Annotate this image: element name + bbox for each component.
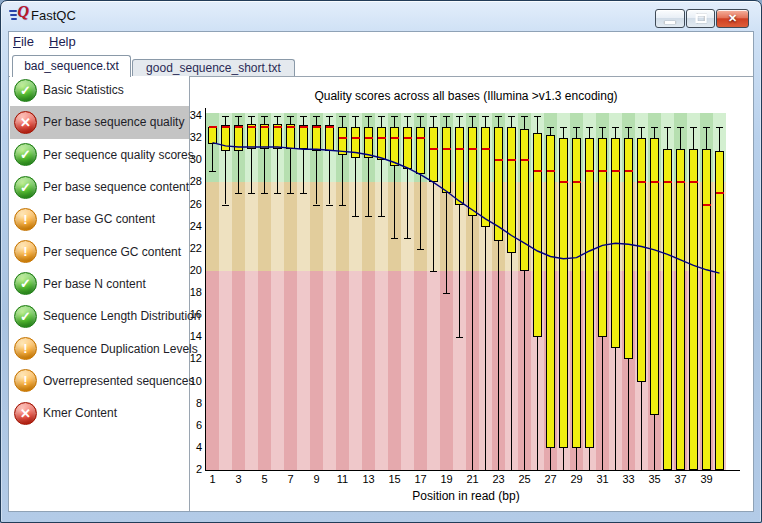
sidebar-item-per-base-sequence-quality[interactable]: ✕Per base sequence quality	[10, 106, 189, 138]
x-tick-label: 17	[411, 473, 431, 485]
sidebar-item-label: Per base sequence quality	[43, 115, 184, 129]
maximize-button[interactable]	[686, 9, 715, 28]
close-icon: ✕	[717, 12, 748, 25]
x-axis-line	[205, 470, 740, 471]
maximize-icon	[695, 14, 706, 23]
window-title: FastQC	[31, 8, 76, 23]
x-tick-label: 1	[203, 473, 223, 485]
x-tick-label: 21	[463, 473, 483, 485]
fastqc-window: Q FastQC ✕ File Help bad_sequence.txt go…	[0, 0, 762, 523]
sidebar-item-per-base-sequence-content[interactable]: ✓Per base sequence content	[10, 171, 189, 203]
x-tick-label: 23	[489, 473, 509, 485]
warning-icon: !	[14, 369, 37, 392]
tab-good-sequence-short[interactable]: good_sequence_short.txt	[132, 59, 295, 76]
chart-x-axis-label: Position in read (bp)	[206, 489, 726, 503]
warning-icon: !	[14, 208, 37, 231]
x-tick-label: 39	[697, 473, 717, 485]
x-tick-label: 33	[619, 473, 639, 485]
sidebar-item-label: Per sequence quality scores	[43, 148, 194, 162]
sidebar-item-per-sequence-gc-content[interactable]: !Per sequence GC content	[10, 235, 189, 267]
x-tick-label: 35	[645, 473, 665, 485]
sidebar-item-label: Sequence Duplication Levels	[43, 342, 198, 356]
sidebar-item-label: Overrepresented sequences	[43, 374, 194, 388]
x-tick-label: 11	[333, 473, 353, 485]
minimize-icon	[665, 21, 676, 24]
x-tick-label: 13	[359, 473, 379, 485]
check-icon: ✓	[14, 305, 37, 328]
x-tick-label: 3	[229, 473, 249, 485]
sidebar-item-sequence-duplication-levels[interactable]: !Sequence Duplication Levels	[10, 332, 189, 364]
menu-file[interactable]: File	[6, 33, 41, 51]
x-tick-label: 15	[385, 473, 405, 485]
check-icon: ✓	[14, 143, 37, 166]
x-tick-label: 9	[307, 473, 327, 485]
x-tick-label: 7	[281, 473, 301, 485]
x-tick-label: 5	[255, 473, 275, 485]
warning-icon: !	[14, 337, 37, 360]
sidebar-item-sequence-length-distribution[interactable]: ✓Sequence Length Distribution	[10, 300, 189, 332]
x-tick-label: 29	[567, 473, 587, 485]
x-tick-label: 37	[671, 473, 691, 485]
x-tick-label: 25	[515, 473, 535, 485]
check-icon: ✓	[14, 272, 37, 295]
sidebar-item-label: Per sequence GC content	[43, 245, 181, 259]
minimize-button[interactable]	[655, 9, 685, 28]
sidebar-item-overrepresented-sequences[interactable]: !Overrepresented sequences	[10, 365, 189, 397]
x-tick-label: 31	[593, 473, 613, 485]
sidebar-item-label: Per base N content	[43, 277, 146, 291]
y-axis-line	[205, 108, 206, 471]
module-list: ✓Basic Statistics✕Per base sequence qual…	[10, 74, 189, 429]
sidebar-item-label: Per base sequence content	[43, 180, 189, 194]
fastqc-logo-icon: Q	[9, 6, 29, 24]
chart-title: Quality scores across all bases (Illumin…	[206, 89, 726, 103]
tab-bad-sequence[interactable]: bad_sequence.txt	[12, 55, 131, 77]
check-icon: ✓	[14, 176, 37, 199]
mean-quality-line	[206, 113, 726, 470]
x-tick-label: 27	[541, 473, 561, 485]
sidebar-item-label: Basic Statistics	[43, 83, 124, 97]
close-button[interactable]: ✕	[716, 9, 749, 28]
sidebar-item-per-base-n-content[interactable]: ✓Per base N content	[10, 268, 189, 300]
cross-icon: ✕	[14, 402, 37, 425]
warning-icon: !	[14, 240, 37, 263]
check-icon: ✓	[14, 79, 37, 102]
sidebar-item-label: Sequence Length Distribution	[43, 309, 200, 323]
sidebar-item-kmer-content[interactable]: ✕Kmer Content	[10, 397, 189, 429]
sidebar-item-label: Kmer Content	[43, 406, 117, 420]
sidebar-item-label: Per base GC content	[43, 212, 155, 226]
sidebar-item-per-sequence-quality-scores[interactable]: ✓Per sequence quality scores	[10, 139, 189, 171]
y-tick-label: 4	[178, 441, 202, 453]
x-tick-label: 19	[437, 473, 457, 485]
menu-help[interactable]: Help	[42, 33, 83, 51]
y-tick-label: 2	[178, 463, 202, 475]
cross-icon: ✕	[14, 111, 37, 134]
sidebar-item-basic-statistics[interactable]: ✓Basic Statistics	[10, 74, 189, 106]
sidebar-item-per-base-gc-content[interactable]: !Per base GC content	[10, 203, 189, 235]
